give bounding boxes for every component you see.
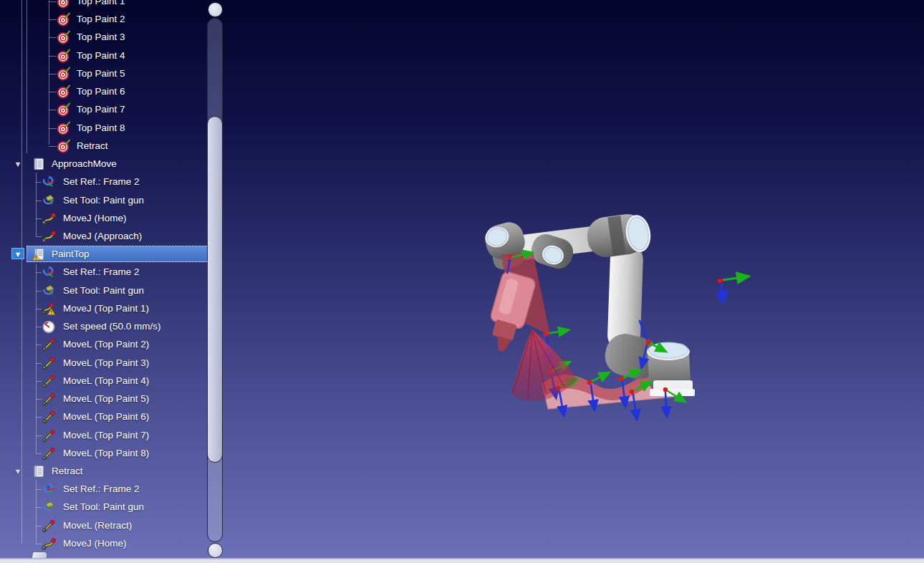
robot-base	[653, 380, 693, 390]
tree-item-label: Retract	[77, 138, 108, 155]
movej-icon	[42, 536, 56, 551]
tree-item-label: MoveL (Top Paint 4)	[63, 372, 149, 390]
tree-item-label: MoveL (Top Paint 8)	[63, 445, 149, 462]
tree-connector	[36, 236, 42, 237]
target-icon	[57, 67, 71, 81]
movel-icon	[42, 392, 56, 406]
target-icon	[57, 102, 71, 117]
tree-row[interactable]: Top Paint 5	[0, 65, 231, 82]
tree-row[interactable]: MoveL (Top Paint 6)	[0, 408, 231, 425]
tree-connector	[49, 146, 57, 147]
tree-row[interactable]: ▼ Retract	[0, 463, 231, 480]
tree-connector	[36, 182, 42, 183]
tree-item-label: Top Paint 4	[77, 47, 125, 64]
tree-connector	[36, 526, 42, 526]
tree-connector	[49, 74, 57, 74]
tree-connector	[49, 56, 57, 57]
movej-icon	[42, 211, 56, 226]
application-window: Top Paint 1 Top Paint 2 Top Paint 3 Top …	[0, 0, 924, 563]
collapse-triangle-icon[interactable]: ▼	[11, 466, 24, 477]
program-icon	[32, 464, 46, 478]
tree-row[interactable]: MoveL (Top Paint 2)	[0, 336, 231, 353]
tree-row[interactable]: Set Ref.: Frame 2	[0, 264, 231, 281]
tree-item-label: Top Paint 7	[77, 101, 125, 118]
tree-item-label: MoveL (Top Paint 5)	[63, 390, 149, 408]
tree-connector	[36, 201, 42, 201]
tree-item-label: Top Paint 3	[77, 29, 125, 46]
set-tool-icon	[42, 193, 56, 208]
tree-row[interactable]: Top Paint 4	[0, 47, 231, 64]
tree-row[interactable]: MoveL (Top Paint 7)	[0, 427, 231, 444]
tree-connector	[49, 1, 57, 2]
tree-row[interactable]: Top Paint 1	[0, 0, 231, 10]
tree-row[interactable]: MoveL (Top Paint 4)	[0, 372, 231, 390]
tree-row[interactable]: ▼ ApproachMove	[0, 155, 231, 173]
tree-row[interactable]: MoveJ (Home)	[0, 535, 231, 552]
tree-row[interactable]: Retract	[0, 138, 231, 155]
station-tree: Top Paint 1 Top Paint 2 Top Paint 3 Top …	[0, 0, 231, 558]
scrollbar-up-button[interactable]	[208, 2, 223, 17]
tree-row[interactable]: MoveL (Top Paint 3)	[0, 355, 231, 372]
tree-row[interactable]: Set Tool: Paint gun	[0, 499, 231, 516]
tree-row[interactable]: Set Ref.: Frame 2	[0, 481, 231, 498]
set-tool-icon	[42, 500, 56, 514]
tree-row[interactable]: Set speed (50.0 mm/s)	[0, 318, 231, 335]
tree-item-label: Set Tool: Paint gun	[63, 192, 144, 209]
tree-row[interactable]: Set Tool: Paint gun	[0, 192, 231, 209]
target-icon	[57, 121, 71, 135]
set-ref-icon	[42, 265, 56, 279]
tree-row[interactable]: MoveJ (Approach)	[0, 228, 231, 245]
tree-row[interactable]: Top Paint 7	[0, 101, 231, 118]
tree-row[interactable]: MoveL (Top Paint 5)	[0, 390, 231, 408]
tree-item-label: Top Paint 6	[77, 83, 125, 100]
target-icon	[57, 49, 71, 63]
reference-frame-2[interactable]	[717, 276, 747, 302]
tree-row[interactable]: MoveL (Retract)	[0, 517, 231, 534]
tree-row[interactable]: Top Paint 8	[0, 120, 231, 137]
tree-item-label: Set Ref.: Frame 2	[63, 173, 140, 191]
tree-row[interactable]: MoveJ (Top Paint 1)	[0, 300, 231, 317]
movel-icon	[42, 446, 56, 461]
scrollbar-down-button[interactable]	[208, 543, 223, 558]
tree-item-label: Retract	[52, 463, 83, 480]
tree-item-label: Top Paint 8	[77, 120, 125, 137]
movel-icon	[42, 519, 56, 533]
bottom-panel-edge	[0, 558, 924, 563]
tree-connector	[36, 218, 42, 219]
tree-connector	[36, 345, 42, 345]
tree-connector	[49, 110, 57, 110]
tree-item-label: MoveJ (Top Paint 1)	[63, 300, 149, 317]
scrollbar-thumb[interactable]	[207, 116, 223, 463]
tree-connector	[36, 291, 42, 292]
collapse-triangle-icon[interactable]: ▼	[11, 248, 24, 259]
tree-row[interactable]: Top Paint 2	[0, 11, 231, 28]
tree-item-label: MoveJ (Home)	[63, 535, 127, 552]
tree-row[interactable]: Top Paint 6	[0, 83, 231, 100]
tree-connector	[36, 399, 42, 400]
tree-row[interactable]: Top Paint 3	[0, 29, 231, 46]
tree-item-label: MoveL (Retract)	[63, 517, 132, 534]
movel-icon	[42, 374, 56, 388]
tree-connector	[36, 309, 42, 309]
tree-connector	[49, 92, 57, 92]
tree-item-label: MoveL (Top Paint 6)	[63, 408, 149, 425]
tree-row[interactable]: Set Tool: Paint gun	[0, 282, 231, 299]
tree-row[interactable]: Set Ref.: Frame 2	[0, 173, 231, 191]
collapse-triangle-icon[interactable]: ▼	[11, 158, 24, 170]
tree-connector	[49, 128, 57, 129]
movej-icon	[42, 229, 56, 244]
movel-icon	[42, 410, 56, 424]
tree-row[interactable]: MoveL (Top Paint 8)	[0, 445, 231, 462]
movel-icon	[42, 337, 56, 352]
tree-connector	[49, 37, 57, 38]
tree-item-label: Set Ref.: Frame 2	[63, 264, 140, 281]
tree-row[interactable]: MoveJ (Home)	[0, 210, 231, 227]
tree-row[interactable]: ▼ PaintTop	[0, 246, 231, 263]
tree-connector	[36, 489, 42, 490]
tree-item-label: MoveJ (Approach)	[63, 228, 142, 245]
tree-item-label: MoveL (Top Paint 2)	[63, 336, 149, 353]
target-icon	[57, 30, 71, 44]
tree-connector	[36, 436, 42, 436]
tree-item-label: Top Paint 2	[77, 11, 125, 28]
tree-connector	[36, 544, 42, 544]
